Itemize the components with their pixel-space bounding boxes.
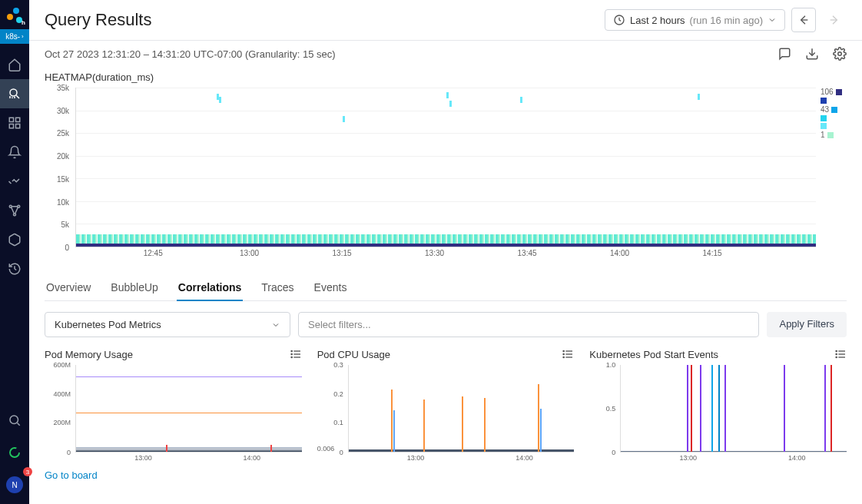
- env-label: k8s-: [5, 32, 20, 41]
- svg-line-13: [15, 207, 18, 214]
- settings-icon[interactable]: [833, 47, 847, 61]
- sidebar: h k8s- ›: [0, 0, 29, 504]
- svg-rect-7: [9, 124, 13, 128]
- svg-point-11: [14, 214, 16, 216]
- chart-menu-cpu[interactable]: [562, 348, 574, 360]
- nav-usage[interactable]: [0, 438, 29, 467]
- svg-line-18: [17, 423, 19, 425]
- nav-boards[interactable]: [0, 108, 29, 138]
- page-title: Query Results: [45, 10, 151, 30]
- heatmap-x-axis: 12:45 13:00 13:15 13:30 13:45 14:00 14:1…: [75, 247, 816, 261]
- chart-title-memory: Pod Memory Usage: [45, 349, 133, 360]
- nav-back-button[interactable]: [791, 8, 816, 32]
- nav-alerts[interactable]: [0, 138, 29, 167]
- chevron-down-icon: [768, 15, 777, 25]
- metrics-select[interactable]: Kubernetes Pod Metrics: [45, 312, 290, 337]
- legend-min: 1: [821, 131, 825, 139]
- logo[interactable]: h: [4, 5, 25, 26]
- svg-line-12: [12, 207, 15, 214]
- filters-row: Kubernetes Pod Metrics Select filters...…: [45, 312, 847, 337]
- download-icon[interactable]: [805, 47, 819, 61]
- svg-point-30: [291, 356, 292, 357]
- filters-input[interactable]: Select filters...: [298, 312, 759, 337]
- svg-point-19: [10, 448, 19, 457]
- tab-correlations[interactable]: Correlations: [177, 275, 243, 301]
- apply-filters-button[interactable]: Apply Filters: [767, 312, 847, 337]
- chart-plot-events[interactable]: 1.0 0.5 0: [589, 365, 847, 465]
- svg-point-24: [838, 52, 842, 56]
- subheader: Oct 27 2023 12:31:20 – 14:31:20 UTC-07:0…: [29, 41, 862, 67]
- chevron-down-icon: [271, 320, 280, 330]
- time-range-label: Last 2 hours: [630, 15, 685, 26]
- svg-point-36: [563, 356, 564, 357]
- tab-bubbleup[interactable]: BubbleUp: [109, 275, 160, 301]
- svg-point-17: [10, 416, 18, 424]
- nav-forward-button: [822, 8, 847, 32]
- chart-pod-memory: Pod Memory Usage 600M 400M 200M 0: [45, 348, 302, 481]
- svg-point-40: [836, 350, 837, 351]
- notif-count: 3: [23, 467, 32, 476]
- tab-events[interactable]: Events: [313, 275, 349, 301]
- heatmap-plot-area: [75, 88, 816, 247]
- timestamp-label: Oct 27 2023 12:31:20 – 14:31:20 UTC-07:0…: [45, 48, 336, 60]
- nav-history[interactable]: [0, 254, 29, 284]
- comment-icon[interactable]: [777, 47, 791, 61]
- chart-title-cpu: Pod CPU Usage: [317, 349, 390, 360]
- go-to-board-link[interactable]: Go to board: [45, 469, 98, 481]
- svg-rect-8: [16, 124, 20, 128]
- svg-point-41: [836, 353, 837, 354]
- legend-mid: 43: [821, 105, 829, 114]
- chart-pod-events: Kubernetes Pod Start Events 1.0 0.5 0: [589, 348, 847, 481]
- tabs: Overview BubbleUp Correlations Traces Ev…: [45, 275, 847, 301]
- svg-line-1: [16, 95, 19, 98]
- svg-point-42: [836, 356, 837, 357]
- heatmap-chart[interactable]: 35k 30k 25k 20k 15k 10k 5k 0: [45, 88, 816, 261]
- svg-point-28: [291, 350, 292, 351]
- env-selector[interactable]: k8s- ›: [0, 29, 29, 44]
- chart-menu-events[interactable]: [834, 348, 847, 360]
- svg-point-35: [563, 353, 564, 354]
- nav-query[interactable]: [0, 79, 29, 108]
- nav-service-map[interactable]: [0, 196, 29, 225]
- cpu-annotation: 0.006: [317, 445, 335, 453]
- tab-overview[interactable]: Overview: [45, 275, 92, 301]
- tab-traces[interactable]: Traces: [260, 275, 295, 301]
- chart-title-events: Kubernetes Pod Start Events: [589, 349, 718, 360]
- chart-plot-cpu[interactable]: 0.3 0.2 0.1 0 0.006: [317, 365, 575, 465]
- nav-search[interactable]: [0, 406, 29, 435]
- svg-point-0: [10, 89, 17, 96]
- heatmap-title: HEATMAP(duration_ms): [45, 71, 847, 83]
- metrics-select-value: Kubernetes Pod Metrics: [55, 319, 161, 330]
- svg-point-29: [291, 353, 292, 354]
- chart-pod-cpu: Pod CPU Usage 0.3 0.2 0.1 0 0.006: [317, 348, 575, 481]
- avatar[interactable]: N: [6, 476, 23, 493]
- time-range-meta: (run 16 min ago): [690, 15, 763, 26]
- svg-point-34: [563, 350, 564, 351]
- chart-menu-memory[interactable]: [290, 348, 302, 360]
- nav-datasets[interactable]: [0, 225, 29, 254]
- svg-rect-6: [16, 118, 20, 121]
- time-range-picker[interactable]: Last 2 hours (run 16 min ago): [605, 9, 785, 31]
- chart-plot-memory[interactable]: 600M 400M 200M 0: [45, 365, 302, 465]
- heatmap-legend: 106 43 1: [816, 88, 847, 261]
- svg-rect-5: [9, 118, 13, 121]
- nav-home[interactable]: [0, 50, 29, 79]
- legend-max: 106: [821, 88, 834, 96]
- chevron-right-icon: ›: [22, 33, 24, 40]
- header: Query Results Last 2 hours (run 16 min a…: [29, 0, 862, 41]
- svg-line-16: [15, 269, 16, 270]
- avatar-initial: N: [12, 481, 17, 489]
- nav-slos[interactable]: [0, 167, 29, 196]
- heatmap-y-axis: 35k 30k 25k 20k 15k 10k 5k 0: [45, 88, 72, 247]
- nav-notifications[interactable]: N 3: [0, 470, 29, 499]
- clock-icon: [613, 14, 625, 26]
